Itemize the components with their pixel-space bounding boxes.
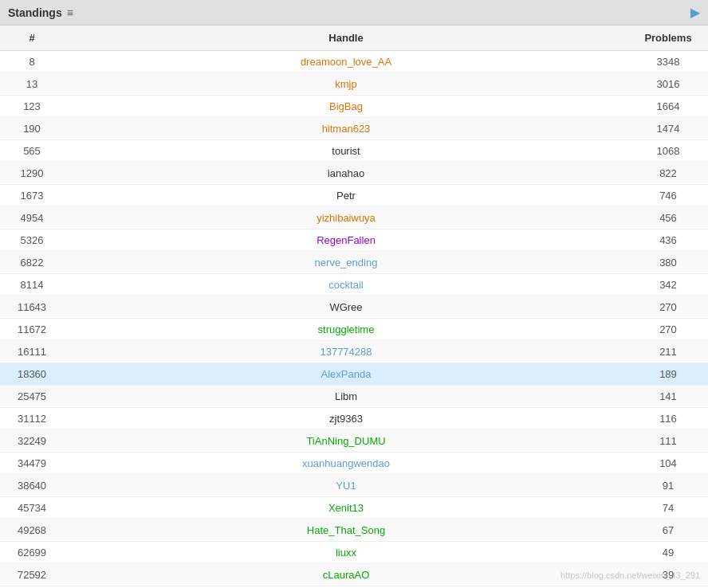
table-row: 8dreamoon_love_AA3348 (0, 51, 708, 73)
cell-rank: 11672 (0, 319, 64, 341)
table-row: 13kmjp3016 (0, 73, 708, 96)
cell-handle[interactable]: yizhibaiwuya (64, 207, 628, 229)
table-row: 31112zjt9363116 (0, 408, 708, 430)
cell-handle[interactable]: cLauraAO (64, 564, 628, 586)
cell-handle[interactable]: kmjp (64, 73, 628, 96)
cell-handle[interactable]: tourist (64, 140, 628, 163)
cell-rank: 31112 (0, 408, 64, 430)
table-header-row: # Handle Problems (0, 25, 708, 51)
cell-handle[interactable]: TiAnNing_DUMU (64, 430, 628, 453)
table-row: 4954yizhibaiwuya456 (0, 207, 708, 229)
cell-rank: 13 (0, 73, 64, 96)
cell-handle[interactable]: liuxx (64, 542, 628, 564)
cell-problems: 104 (628, 453, 708, 475)
cell-problems: 111 (628, 430, 708, 453)
cell-problems: 436 (628, 229, 708, 252)
table-row: 38640YU191 (0, 475, 708, 497)
watermark: https://blog.csdn.net/weixin_43_291 (560, 570, 700, 580)
cell-problems: 141 (628, 386, 708, 408)
cell-problems: 1664 (628, 96, 708, 118)
standings-table: # Handle Problems 8dreamoon_love_AA33481… (0, 25, 708, 588)
cell-handle[interactable]: Xenit13 (64, 497, 628, 519)
cell-rank: 8114 (0, 274, 64, 296)
cell-handle[interactable]: Petr (64, 185, 628, 207)
cell-rank: 49268 (0, 519, 64, 542)
cell-rank: 38640 (0, 475, 64, 497)
cell-problems: 270 (628, 296, 708, 319)
cell-problems: 74 (628, 497, 708, 519)
table-row: 123BigBag1664 (0, 96, 708, 118)
table-row: 1290ianahao822 (0, 163, 708, 185)
cell-problems: 746 (628, 185, 708, 207)
cell-problems: 211 (628, 341, 708, 363)
cell-handle[interactable]: 137774288 (64, 341, 628, 363)
cell-problems: 189 (628, 363, 708, 386)
table-row: 565tourist1068 (0, 140, 708, 163)
cell-rank: 4954 (0, 207, 64, 229)
standings-label: Standings (8, 6, 62, 19)
cell-handle[interactable]: AlexPanda (64, 363, 628, 386)
cell-handle[interactable]: dreamoon_love_AA (64, 51, 628, 73)
cell-problems: 1474 (628, 118, 708, 140)
cell-rank: 8 (0, 51, 64, 73)
col-problems: Problems (628, 25, 708, 51)
cell-rank: 72592 (0, 564, 64, 586)
cell-handle[interactable]: xuanhuangwendao (64, 453, 628, 475)
cell-problems: 67 (628, 519, 708, 542)
cell-problems: 91 (628, 475, 708, 497)
table-row: 1673Petr746 (0, 185, 708, 207)
cell-rank: 6822 (0, 252, 64, 274)
cell-problems: 3016 (628, 73, 708, 96)
cell-rank: 25475 (0, 386, 64, 408)
cell-handle[interactable]: struggletime (64, 319, 628, 341)
cell-rank: 16111 (0, 341, 64, 363)
table-row: 11643WGree270 (0, 296, 708, 319)
table-row: 45734Xenit1374 (0, 497, 708, 519)
table-row: 16111137774288211 (0, 341, 708, 363)
cell-handle[interactable]: cocktail (64, 274, 628, 296)
cell-handle[interactable]: YU1 (64, 475, 628, 497)
header-title-area: Standings ≡ (8, 6, 73, 19)
table-row: 11672struggletime270 (0, 319, 708, 341)
cell-handle[interactable]: ianahao (64, 163, 628, 185)
cell-handle[interactable]: Hate_That_Song (64, 519, 628, 542)
cell-handle[interactable]: RegenFallen (64, 229, 628, 252)
cell-rank: 1673 (0, 185, 64, 207)
table-row: 190hitman6231474 (0, 118, 708, 140)
cell-problems: 3348 (628, 51, 708, 73)
cell-rank: 190 (0, 118, 64, 140)
cell-problems: 342 (628, 274, 708, 296)
cell-handle[interactable]: nerve_ending (64, 252, 628, 274)
cell-rank: 34479 (0, 453, 64, 475)
table-row: 8114cocktail342 (0, 274, 708, 296)
cell-handle[interactable]: hitman623 (64, 118, 628, 140)
cell-handle[interactable]: zjt9363 (64, 408, 628, 430)
cell-problems: 116 (628, 408, 708, 430)
cell-rank: 18360 (0, 363, 64, 386)
table-row: 62699liuxx49 (0, 542, 708, 564)
cell-problems: 456 (628, 207, 708, 229)
cell-problems: 380 (628, 252, 708, 274)
cell-rank: 123 (0, 96, 64, 118)
cell-problems: 49 (628, 542, 708, 564)
cell-rank: 62699 (0, 542, 64, 564)
table-row: 32249TiAnNing_DUMU111 (0, 430, 708, 453)
table-row: 6822nerve_ending380 (0, 252, 708, 274)
cell-handle[interactable]: Libm (64, 386, 628, 408)
standings-icon: ≡ (67, 6, 73, 19)
cell-handle[interactable]: WGree (64, 296, 628, 319)
table-row: 49268Hate_That_Song67 (0, 519, 708, 542)
table-row: 18360AlexPanda189 (0, 363, 708, 386)
header-arrow-icon[interactable]: ▶ (690, 5, 700, 20)
cell-rank: 45734 (0, 497, 64, 519)
cell-rank: 11643 (0, 296, 64, 319)
page-header: Standings ≡ ▶ (0, 0, 708, 25)
col-rank: # (0, 25, 64, 51)
table-row: 34479xuanhuangwendao104 (0, 453, 708, 475)
table-row: 5326RegenFallen436 (0, 229, 708, 252)
cell-problems: 1068 (628, 140, 708, 163)
cell-rank: 1290 (0, 163, 64, 185)
cell-rank: 5326 (0, 229, 64, 252)
cell-handle[interactable]: BigBag (64, 96, 628, 118)
cell-rank: 32249 (0, 430, 64, 453)
